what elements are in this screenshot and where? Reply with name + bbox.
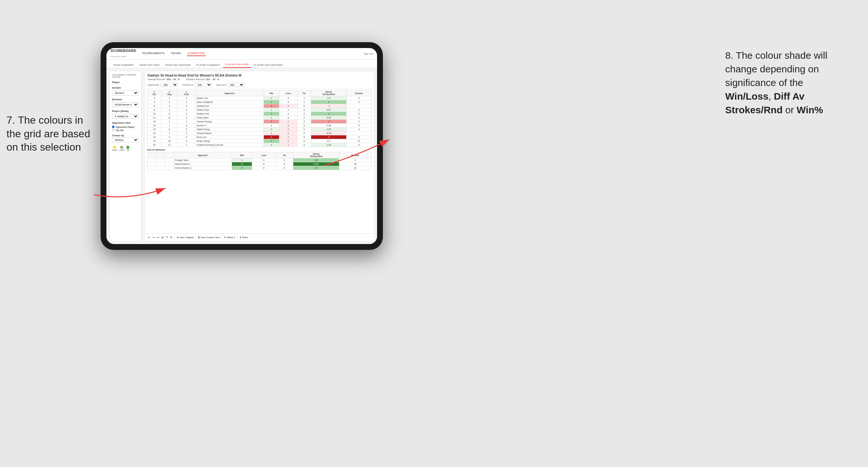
table-row: 19 10 6 Emily Chang 4 1 0 0.3 11 [147,139,372,143]
share-btn[interactable]: ⬆ Share [240,236,248,239]
table-row: 15 8 5 Stella Cheng 1 1 0 1.25 4 [147,128,372,131]
refresh-icon[interactable]: ↻ [170,236,173,239]
conference-filter-select[interactable]: (All) [195,83,212,87]
filter-conference: Conference (All) [182,83,212,87]
table-row: 18 2 2 Euna Lee 0 1 0 -5 2 [147,135,372,139]
col-win: Win [264,90,279,96]
toolbar-divider-1 [175,235,175,240]
legend-dot-level [120,146,123,149]
radio-dot-top100 [112,129,115,131]
undo2-icon[interactable]: ↩ [157,236,159,239]
grid-area: Katelyn Vo Head-to-Head Grid for Women's… [144,71,374,242]
sub-nav-team-h2h-grid[interactable]: TEAM H2H GRID [136,64,162,68]
sub-nav-player-summary[interactable]: PLAYER SUMMARY [194,64,223,68]
player-rank-select[interactable]: 8. Katelyn Vo [112,114,138,119]
sub-nav-player-h2h-heatmap[interactable]: PLAYER H2H HEATMAP [251,64,285,68]
grid-title: Katelyn Vo Head-to-Head Grid for Women's… [148,74,371,77]
opponent-filter-select[interactable]: (All) [227,83,244,87]
out-of-division-header: Out of division [147,147,372,152]
col-rounds: Rounds [346,90,372,96]
colour-by-select[interactable]: Win/loss [112,137,138,143]
sidebar-player-section: Player [112,81,138,84]
view-original-btn[interactable]: ⊞ View: Original [177,236,193,239]
colour-legend: Down Level Up [112,146,138,151]
gender-select[interactable]: Women's [112,91,138,95]
opponent-view-section: Opponent view Opponents Played Top 100 [112,121,138,131]
overall-record: Overall Record: 353 - 34 - 6 [148,78,180,81]
nav-bar: SCOREBOARD Powered by clippd TOURNAMENTS… [106,48,377,60]
col-opponent: Opponent [195,90,264,96]
radio-dot-opponents [112,126,115,128]
colour-by-section: Colour by Win/loss [112,134,138,143]
nav-committee[interactable]: COMMITTEE [187,52,206,56]
table-row: 16 1 1 Jessica Mason 1 2 0 -0.94 [147,131,372,135]
toolbar-divider-3 [222,235,222,240]
annotation-right: 8. The colour shade will change dependin… [725,49,848,117]
annotation-left: 7. The colours in the grid are based on … [6,114,97,154]
table-row: 3 1 1 Esther Lee 1 0 1 1.5 4 [147,96,372,100]
col-reg: #Reg [162,90,178,96]
data-table-container: #Div #Reg #Conf Opponent Win Loss Tie Di… [145,89,374,234]
sub-nav-team-h2h-heatmap[interactable]: TEAM H2H HEATMAP [162,64,194,68]
main-data-table: #Div #Reg #Conf Opponent Win Loss Tie Di… [147,90,372,147]
save-custom-btn[interactable]: 🖫 Save Custom View [197,236,220,239]
col-diff: Diff AvStrokes/Rnd [311,90,346,96]
col-loss: Loss [279,90,297,96]
copy-icon[interactable]: ⧉ [161,236,163,240]
grid-filters: Opponents: (All) Conference (All) [148,83,371,87]
sub-nav-player-h2h-grid[interactable]: PLAYER H2H GRID [223,63,251,68]
table-row: NCAA Division 2 5 0 0 7.4 10 [147,166,372,170]
main-content: Last Updated: 27/03/2024 16:55:38 Player… [106,68,377,244]
division-select[interactable]: NCAA Division III [112,102,138,107]
table-row: NAIA Division 1 15 0 0 9.267 30 [147,162,372,166]
filter-opponents: Opponents: (All) [148,83,178,87]
legend-dot-down [113,146,116,149]
undo-icon[interactable]: ↩ [148,236,150,239]
table-row: 10 6 3 Andrea York 2 0 0 4 4 [147,112,372,116]
last-updated: Last Updated: 27/03/2024 16:55:38 [112,74,138,78]
col-conf: #Conf [178,90,195,96]
col-div: #Div [147,90,162,96]
nav-teams[interactable]: TEAMS [170,52,182,56]
radio-top100[interactable]: Top 100 [112,129,138,131]
out-of-division-table: OpponentWinLossTieDiff AvStrokes/RndRoun… [147,152,372,170]
table-row: 5 2 2 Alexis Sudjianto 1 0 0 4 3 [147,100,372,104]
division-record: Division Record: 331 - 34 - 6 [186,78,219,81]
table-row: OpponentWinLossTieDiff AvStrokes/RndRoun… [147,152,372,158]
sub-nav-team-summary[interactable]: TEAM SUMMARY [110,64,136,68]
table-row: 11 11 2 Heejo Hyun 1 0 0 3.33 3 [147,116,372,120]
sub-nav: TEAM SUMMARY TEAM H2H GRID TEAM H2H HEAT… [106,60,377,68]
sidebar-gender: Gender Women's [112,86,138,95]
table-row: 9 1 4 Sharon Mun 1 0 0 3.67 3 [147,108,372,112]
toolbar-divider-4 [237,235,238,240]
filter-opponent: Opponent (All) [216,83,244,87]
logo: SCOREBOARD Powered by clippd [110,49,136,58]
table-row: 13 1 1 Jessica Huang 0 1 0 -3 2 [147,120,372,124]
tablet-screen: SCOREBOARD Powered by clippd TOURNAMENTS… [106,48,377,244]
legend-dot-up [126,146,129,149]
sidebar-division: Division NCAA Division III [112,98,138,107]
nav-tournaments[interactable]: TOURNAMENTS [141,52,165,56]
grid-records: Overall Record: 353 - 34 - 6 Division Re… [148,78,371,81]
forward-icon[interactable]: ↷ [165,236,168,239]
sidebar: Last Updated: 27/03/2024 16:55:38 Player… [109,71,142,242]
watch-btn[interactable]: 👁 Watch ▾ [224,236,235,239]
nav-links: TOURNAMENTS TEAMS COMMITTEE [141,52,206,56]
col-tie: Tie [297,90,311,96]
toolbar-divider-2 [195,235,196,240]
sidebar-player-rank: Player (Rank) 8. Katelyn Vo [112,110,138,119]
nav-right: Sign out [364,52,373,55]
bottom-toolbar: ↩ ↪ ↩ ⧉ ↷ ↻ ⊞ View: Original 🖫 Save Cust… [145,234,374,241]
grid-header: Katelyn Vo Head-to-Head Grid for Women's… [145,71,374,89]
table-row: 14 7 4 Eunice Yi 2 2 0 0.38 9 [147,124,372,128]
redo-icon[interactable]: ↪ [152,236,155,239]
radio-opponents-played[interactable]: Opponents Played [112,126,138,128]
opponents-filter-select[interactable]: (All) [161,83,178,87]
table-row: 6 3 3 Sydney Kuo 0 1 0 -1 [147,104,372,108]
tablet-device: SCOREBOARD Powered by clippd TOURNAMENTS… [101,42,383,250]
table-row: Foreign Team 1 0 0 4.5 2 [147,158,372,162]
table-row: 20 11 7 Federica Domecq Lacroze 2 1 0 1.… [147,143,372,147]
sign-out-link[interactable]: Sign out [364,52,373,55]
